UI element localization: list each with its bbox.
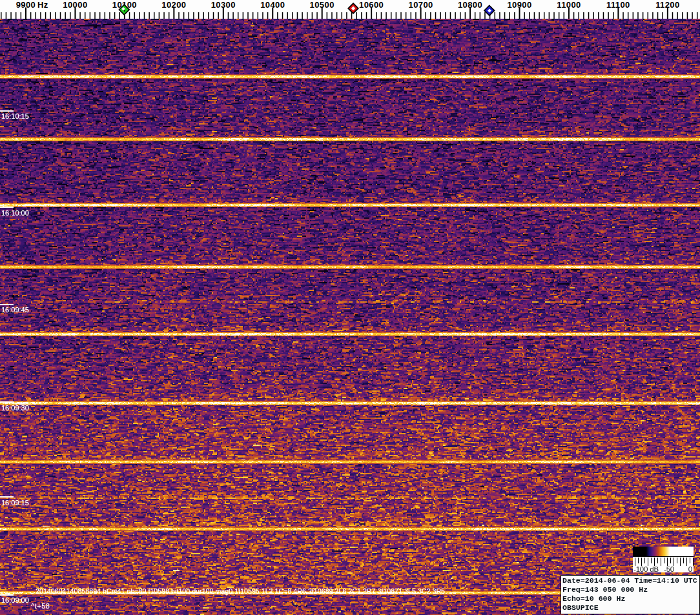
svg-text:9900: 9900	[16, 0, 36, 10]
svg-text:10400: 10400	[260, 0, 285, 10]
svg-text:10900: 10900	[507, 0, 531, 10]
svg-text:10200: 10200	[161, 0, 186, 10]
svg-text:10000: 10000	[63, 0, 87, 10]
svg-text:10300: 10300	[211, 0, 236, 10]
svg-text:11000: 11000	[557, 0, 581, 10]
svg-text:11100: 11100	[606, 0, 630, 10]
svg-text:11200: 11200	[655, 0, 679, 10]
svg-text:10800: 10800	[458, 0, 482, 10]
svg-text:10600: 10600	[359, 0, 384, 10]
svg-text:10500: 10500	[310, 0, 335, 10]
svg-text:Hz: Hz	[37, 0, 48, 10]
svg-text:10700: 10700	[409, 0, 433, 10]
